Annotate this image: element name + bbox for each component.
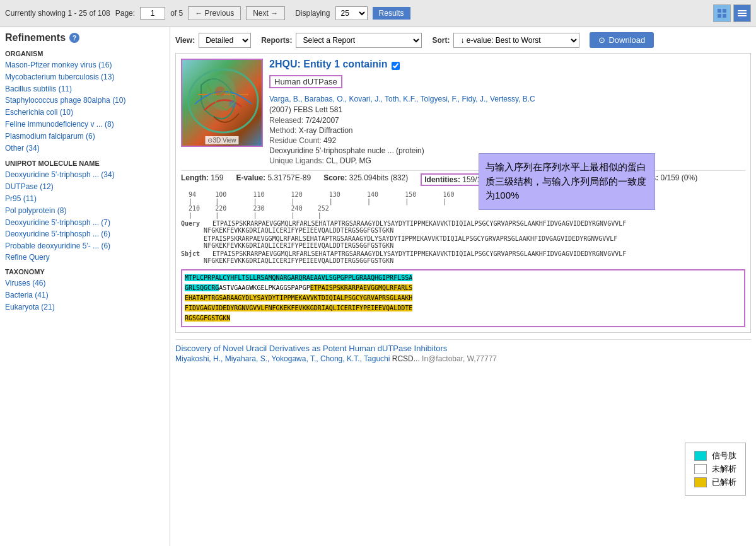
download-icon: ⊙ [598,35,605,45]
view-select[interactable]: Detailed Compact [199,33,251,48]
showing-info: Currently showing 1 - 25 of 108 [5,9,110,18]
result-released: Released: 7/24/2007 [269,116,745,125]
svg-rect-1 [723,9,726,13]
legend-label-resolved: 已解析 [712,477,736,488]
sidebar-organism-6[interactable]: Plasmodium falciparum (6) [5,131,165,142]
legend-item-signal: 信号肽 [694,450,736,462]
legend-item-resolved: 已解析 [694,477,736,488]
organism-section-title: ORGANISM [5,50,165,57]
main-layout: Refinements ? ORGANISM Mason-Pfizer monk… [0,27,756,546]
align-stats: Length: 159 E-value: 5.31757E-89 Score: … [181,170,745,186]
taxonomy-section-title: TAXONOMY [5,268,165,276]
score-stat: Score: 325.094bits (832) [323,173,408,186]
sidebar-taxonomy-2[interactable]: Eukaryota (21) [5,302,165,313]
result-title[interactable]: 2HQU: Entity 1 containin [269,59,388,70]
bottom-result: Discovery of Novel Uracil Derivatives as… [175,339,751,363]
sort-label: Sort: [432,36,450,45]
sequence-ruler: 94 100 110 120 130 140 150 160 170 180 1… [181,191,745,219]
sidebar-organism-1[interactable]: Mycobacterium tuberculosis (13) [5,72,165,83]
human-dutpase-badge: Human dUTPase [269,75,342,88]
protein-image [182,60,262,146]
previous-button[interactable]: ← Previous [188,6,241,20]
of-text: of 5 [170,9,183,18]
result-journal: (2007) FEBS Lett 581 [269,105,745,114]
view-icons [713,4,751,22]
sort-group: Sort: ↓ e-value: Best to Worst [432,33,579,48]
reports-group: Reports: Select a Report [261,33,422,48]
svg-rect-2 [718,14,721,18]
sidebar-uniprot-5[interactable]: Deoxyuridine 5'-triphosph ... (6) [5,229,165,240]
evalue-stat: E-value: 5.31757E-89 [236,173,311,186]
sort-select[interactable]: ↓ e-value: Best to Worst [453,33,579,48]
result-info: 2HQU: Entity 1 containin Human dUTPase V… [269,59,745,166]
result-residue: Residue Count: 492 [269,136,745,145]
bottom-result-authors[interactable]: Miyakoshi, H., Miyahara, S., Yokogawa, T… [175,354,751,363]
legend-color-white [694,464,707,474]
result-header: ⊙3D View 2HQU: Entity 1 containin Human … [181,59,745,166]
refinements-label: Refinements [5,32,66,44]
svg-rect-4 [738,10,747,11]
page-input[interactable] [140,7,165,20]
length-stat: Length: 159 [181,173,223,186]
sidebar-organism-7[interactable]: Other (34) [5,143,165,154]
sidebar-organism-5[interactable]: Feline immunodeficiency v ... (8) [5,119,165,130]
result-method: Method: X-ray Diffraction [269,126,745,135]
result-authors[interactable]: Varga, B., Barabas, O., Kovari, J., Toth… [269,95,745,103]
view3d-label[interactable]: ⊙3D View [205,136,238,144]
sidebar-organism-3[interactable]: Staphylococcus phage 80alpha (10) [5,95,165,106]
svg-rect-3 [723,14,726,18]
next-button[interactable]: Next → [246,6,285,20]
legend-color-cyan [694,451,707,461]
view-label: View: [175,36,195,45]
reports-label: Reports: [261,36,292,45]
tooltip-box: 与输入序列在序列水平上最相似的蛋白质三级结构，与输入序列局部的一致度为100% [479,153,655,210]
sidebar: Refinements ? ORGANISM Mason-Pfizer monk… [0,27,170,546]
legend-item-unresolved: 未解析 [694,463,736,475]
sidebar-uniprot-6[interactable]: Probable deoxyuridine 5'- ... (6) [5,241,165,252]
middle-sequence: ETPAISPSKRARPAEVGGMQLRFARLSEHATAPTRGSARA… [181,235,745,249]
info-icon[interactable]: ? [69,33,79,43]
svg-rect-5 [738,13,747,14]
sidebar-organism-0[interactable]: Mason-Pfizer monkey virus (16) [5,60,165,71]
sbjct-sequence: SbjctETPAISPSKRARPAEVGGMQLRFARLSEHATAPTR… [181,250,745,264]
svg-rect-0 [718,9,721,13]
result-image-box[interactable]: ⊙3D View [181,59,263,147]
top-bar: Currently showing 1 - 25 of 108 Page: of… [0,0,756,27]
list-icon[interactable] [733,4,751,22]
download-label: Download [608,35,645,45]
display-count-select[interactable]: 25 50 100 [335,6,368,20]
sidebar-uniprot-0[interactable]: Deoxyuridine 5'-triphosph ... (34) [5,170,165,180]
seq-white-span: ASTVGAAGWKGELPKAGGSPAPGP [219,284,310,291]
refine-query-link[interactable]: Refine Query [5,253,50,262]
results-button[interactable]: Results [373,7,410,20]
svg-rect-6 [738,15,747,16]
sidebar-title: Refinements ? [5,32,165,44]
sidebar-uniprot-1[interactable]: DUTPase (12) [5,182,165,192]
page-label: Page: [115,9,135,18]
download-button[interactable]: ⊙ Download [590,32,654,48]
sidebar-uniprot-4[interactable]: Deoxyuridine 5'-triphosph ... (7) [5,218,165,228]
legend-label-unresolved: 未解析 [712,463,736,475]
controls-bar: View: Detailed Compact Reports: Select a… [175,32,751,48]
colored-sequence-block: MTPLCPRPALCYHFLTSLLRSAMQNARGARQRAEAAVLSG… [181,269,745,327]
grid-icon[interactable] [713,4,731,22]
sidebar-organism-2[interactable]: Bacillus subtilis (11) [5,84,165,95]
query-sequence: QueryETPAISPSKRARPAEVGGMQLRFARLSEHATAPTR… [181,220,745,234]
legend-box: 信号肽 未解析 已解析 [685,443,746,496]
sidebar-taxonomy-0[interactable]: Viruses (46) [5,278,165,289]
sidebar-uniprot-3[interactable]: Pol polyprotein (8) [5,206,165,216]
result-card: ⊙3D View 2HQU: Entity 1 containin Human … [175,53,751,333]
sidebar-organism-4[interactable]: Escherichia coli (10) [5,107,165,118]
reports-select[interactable]: Select a Report [296,33,422,48]
tooltip-text: 与输入序列在序列水平上最相似的蛋白质三级结构，与输入序列局部的一致度为100% [486,161,646,200]
sidebar-uniprot-2[interactable]: Pr95 (11) [5,194,165,204]
bottom-result-title[interactable]: Discovery of Novel Uracil Derivatives as… [175,344,751,353]
content-area: View: Detailed Compact Reports: Select a… [170,27,756,546]
view-group: View: Detailed Compact [175,33,251,48]
uniprot-section-title: UNIPROT MOLECULE NAME [5,160,165,167]
result-checkbox[interactable] [392,62,400,70]
legend-color-yellow [694,477,707,487]
sidebar-taxonomy-1[interactable]: Bacteria (41) [5,290,165,301]
legend-label-signal: 信号肽 [712,450,736,462]
displaying-label: Displaying [295,9,330,18]
